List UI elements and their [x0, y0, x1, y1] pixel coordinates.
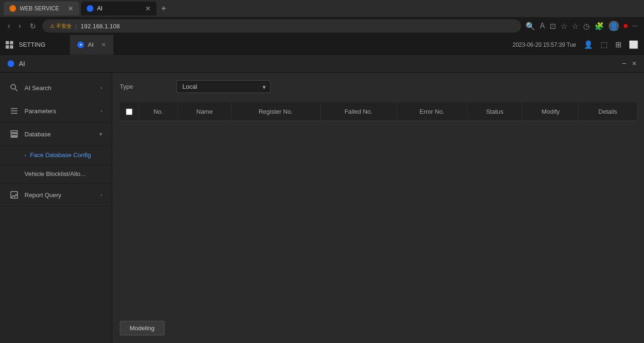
footer: Modeling: [120, 315, 636, 335]
sidebar-sub-item-vehicle-blocklist[interactable]: Vehicle Blocklist/Allo...: [0, 165, 112, 184]
sidebar-item-report-query-arrow: ›: [100, 192, 102, 198]
th-details: Details: [579, 102, 636, 121]
th-register-no: Register No.: [231, 102, 320, 121]
more-options-icon[interactable]: ···: [632, 22, 638, 30]
th-name: Name: [178, 102, 231, 121]
type-label: Type: [120, 83, 167, 90]
parameters-icon: [9, 106, 19, 116]
grid-view-icon[interactable]: ⊞: [615, 40, 621, 49]
th-checkbox: [120, 102, 139, 121]
svg-rect-6: [11, 134, 17, 135]
tab-label-web-service: WEB SERVICE: [20, 5, 59, 12]
type-select[interactable]: Local Remote: [176, 80, 271, 93]
url-display: 192.168.1.108: [81, 23, 120, 30]
sidebar-item-ai-search-label: AI Search: [25, 84, 51, 92]
tab-bar: WEB SERVICE ✕ AI ✕ +: [0, 0, 644, 17]
security-warning: ⚠ 不安全: [50, 23, 72, 30]
sidebar-item-database-arrow: ▾: [99, 131, 102, 137]
forward-button[interactable]: ›: [17, 22, 23, 30]
type-select-wrapper: Local Remote: [176, 80, 271, 93]
tab-close-web-service[interactable]: ✕: [68, 5, 74, 12]
tab-web-service[interactable]: WEB SERVICE ✕: [4, 1, 79, 16]
logout-icon[interactable]: ⬚: [601, 40, 608, 49]
main-layout: AI Search › Parameters ›: [0, 73, 644, 343]
sidebar-item-report-query[interactable]: Report Query ›: [0, 184, 112, 207]
tab-ai[interactable]: AI ✕: [81, 1, 157, 16]
sidebar-sub: › Face Database Config Vehicle Blocklist…: [0, 146, 112, 184]
type-row: Type Local Remote: [120, 80, 636, 93]
table-wrapper: No. Name Register No. Failed No. Error N…: [120, 102, 636, 315]
app-header-left: SETTING ● AI ✕: [6, 35, 512, 55]
database-table: No. Name Register No. Failed No. Error N…: [120, 102, 636, 121]
sidebar-item-ai-search[interactable]: AI Search ›: [0, 76, 112, 100]
content-area: Type Local Remote: [112, 73, 644, 343]
ai-tab-header[interactable]: ● AI ✕: [70, 35, 114, 55]
split-icon[interactable]: ⊡: [550, 22, 556, 31]
sidebar-item-database[interactable]: Database ▾: [0, 123, 112, 146]
ai-window: AI − × AI Search ›: [0, 55, 644, 343]
user-icon[interactable]: 👤: [584, 40, 593, 49]
history-icon[interactable]: ◷: [583, 22, 590, 31]
header-datetime: 2023-06-20 15:57:39 Tue: [512, 42, 576, 48]
collections-icon[interactable]: ☆: [572, 22, 578, 31]
ai-window-title: AI: [19, 60, 25, 67]
header-actions: 👤 ⬚ ⊞ ⬜: [584, 40, 638, 49]
svg-rect-7: [11, 136, 17, 137]
ai-tab-label: AI: [88, 41, 93, 48]
favorites-icon[interactable]: ☆: [561, 22, 567, 31]
setting-label[interactable]: SETTING: [19, 41, 45, 48]
th-modify: Modify: [522, 102, 579, 121]
grid-menu-icon[interactable]: [6, 41, 13, 49]
sidebar-item-parameters-label: Parameters: [25, 108, 56, 115]
window-close-button[interactable]: ×: [632, 59, 636, 68]
ai-titlebar: AI − ×: [0, 55, 644, 73]
th-failed-no: Failed No.: [320, 102, 396, 121]
browser-toolbar: 🔍 A ⊡ ☆ ☆ ◷ 🧩 👤 ···: [526, 21, 638, 31]
sidebar-item-report-query-label: Report Query: [25, 192, 61, 199]
ai-window-controls: − ×: [622, 59, 636, 68]
face-database-arrow: ›: [25, 152, 26, 158]
tab-favicon-web-service: [9, 5, 16, 12]
svg-point-0: [11, 84, 16, 89]
notification-badge: [624, 24, 627, 28]
sidebar-sub-item-face-database[interactable]: › Face Database Config: [0, 146, 112, 165]
address-bar: ‹ › ↻ ⚠ 不安全 | 192.168.1.108 🔍 A ⊡ ☆ ☆ ◷ …: [0, 17, 644, 35]
ai-search-icon: [9, 83, 19, 92]
address-input[interactable]: ⚠ 不安全 | 192.168.1.108: [42, 19, 521, 33]
select-all-checkbox[interactable]: [126, 109, 132, 115]
search-icon[interactable]: 🔍: [526, 22, 535, 31]
back-button[interactable]: ‹: [6, 22, 12, 30]
tab-close-ai[interactable]: ✕: [145, 5, 151, 12]
translate-icon[interactable]: A: [540, 22, 545, 30]
database-icon: [9, 129, 19, 139]
app-header: SETTING ● AI ✕ 2023-06-20 15:57:39 Tue 👤…: [0, 35, 644, 55]
refresh-button[interactable]: ↻: [28, 22, 38, 31]
th-status: Status: [467, 102, 522, 121]
th-no: No.: [139, 102, 178, 121]
fullscreen-icon[interactable]: ⬜: [629, 40, 638, 49]
tab-favicon-ai: [87, 5, 93, 12]
ai-title-dot: [8, 60, 14, 67]
tab-label-ai: AI: [97, 5, 102, 12]
new-tab-button[interactable]: +: [158, 4, 169, 14]
sidebar-item-database-label: Database: [25, 131, 51, 138]
ai-tab-dot: ●: [77, 42, 84, 48]
sidebar-sub-item-face-database-label: Face Database Config: [30, 151, 91, 159]
window-minimize-button[interactable]: −: [622, 59, 626, 68]
modeling-button[interactable]: Modeling: [120, 321, 165, 335]
ai-tab-header-close[interactable]: ✕: [101, 42, 106, 48]
sidebar: AI Search › Parameters ›: [0, 73, 112, 343]
user-avatar[interactable]: 👤: [609, 21, 619, 31]
extensions-icon[interactable]: 🧩: [594, 22, 604, 31]
svg-line-1: [15, 89, 17, 91]
sidebar-sub-item-vehicle-label: Vehicle Blocklist/Allo...: [25, 170, 85, 177]
sidebar-item-ai-search-arrow: ›: [100, 85, 102, 91]
svg-rect-5: [11, 131, 17, 133]
report-query-icon: [9, 190, 19, 200]
table-header-row: No. Name Register No. Failed No. Error N…: [120, 102, 636, 121]
th-error-no: Error No.: [396, 102, 467, 121]
sidebar-item-parameters-arrow: ›: [100, 108, 102, 114]
sidebar-item-parameters[interactable]: Parameters ›: [0, 100, 112, 123]
